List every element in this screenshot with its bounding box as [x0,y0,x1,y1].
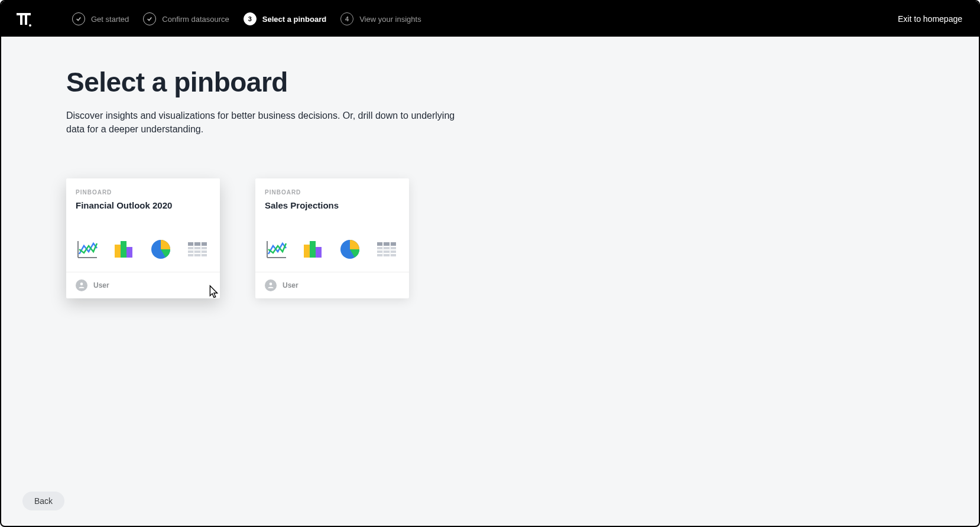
pie-chart-icon [149,238,173,261]
line-chart-icon [265,238,288,261]
card-eyebrow: PINBOARD [76,189,210,196]
checkmark-icon [143,12,156,25]
svg-rect-16 [304,245,310,258]
step-view-insights[interactable]: 4 View your insights [340,12,421,25]
svg-rect-6 [126,247,132,258]
pie-chart-icon [338,238,362,261]
step-get-started[interactable]: Get started [72,12,129,25]
bar-chart-icon [112,238,136,261]
step-number: 4 [340,12,353,25]
svg-rect-11 [188,251,207,253]
card-title: Sales Projections [265,200,400,210]
checkmark-icon [72,12,85,25]
step-confirm-datasource[interactable]: Confirm datasource [143,12,229,25]
page-subtitle: Discover insights and visualizations for… [66,109,456,136]
header-left: Get started Confirm datasource 3 Select … [15,11,421,27]
svg-point-26 [270,283,272,286]
svg-rect-12 [188,254,207,256]
card-eyebrow: PINBOARD [265,189,400,196]
card-footer: User [66,272,220,298]
pinboard-card-sales-projections[interactable]: PINBOARD Sales Projections [255,178,409,298]
svg-rect-23 [377,254,396,256]
svg-rect-20 [377,242,396,246]
step-label: Get started [91,15,129,24]
main-content: Select a pinboard Discover insights and … [1,37,979,298]
avatar-icon [265,279,277,291]
step-label: Select a pinboard [262,15,326,24]
svg-rect-4 [115,245,121,258]
app-logo[interactable] [15,11,32,27]
pinboard-cards: PINBOARD Financial Outlook 2020 [66,178,979,298]
card-icon-row [265,238,400,261]
step-select-pinboard[interactable]: 3 Select a pinboard [244,12,326,25]
card-user: User [283,281,298,289]
back-button[interactable]: Back [22,492,64,510]
card-icon-row [76,238,210,261]
svg-rect-22 [377,251,396,253]
svg-rect-10 [188,247,207,249]
svg-rect-1 [20,13,22,25]
wizard-header: Get started Confirm datasource 3 Select … [1,1,979,37]
card-body: PINBOARD Financial Outlook 2020 [66,178,220,272]
card-footer: User [255,272,409,298]
step-label: Confirm datasource [162,15,229,24]
svg-rect-5 [121,241,126,258]
avatar-icon [76,279,87,291]
svg-point-15 [80,283,83,286]
svg-point-3 [29,24,31,27]
card-body: PINBOARD Sales Projections [255,178,409,272]
step-label: View your insights [359,15,421,24]
svg-rect-0 [17,13,31,15]
page-title: Select a pinboard [66,66,979,98]
svg-rect-18 [316,247,322,258]
step-number: 3 [244,12,257,25]
pinboard-card-financial-outlook[interactable]: PINBOARD Financial Outlook 2020 [66,178,220,298]
svg-rect-2 [25,13,27,25]
card-user: User [93,281,109,289]
bar-chart-icon [301,238,325,261]
line-chart-icon [76,238,99,261]
svg-rect-21 [377,247,396,249]
exit-link[interactable]: Exit to homepage [898,14,962,24]
table-icon [375,238,398,261]
card-title: Financial Outlook 2020 [76,200,210,210]
svg-rect-9 [188,242,207,246]
table-icon [186,238,209,261]
wizard-steps: Get started Confirm datasource 3 Select … [72,12,421,25]
svg-rect-17 [310,241,316,258]
